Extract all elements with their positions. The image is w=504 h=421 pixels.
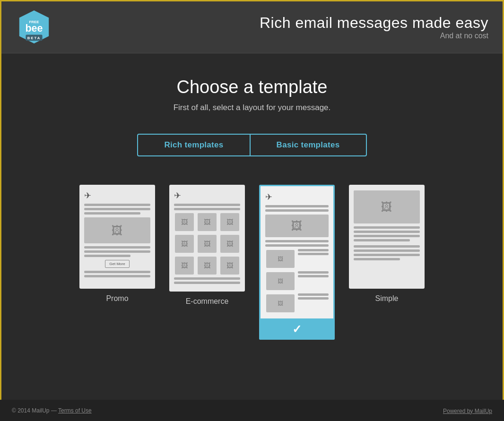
nl-img2: 🖼 [266, 250, 295, 268]
template-card-promo[interactable]: ✈ 🖼 Get More [79, 185, 155, 289]
svg-text:BETA: BETA [27, 36, 41, 40]
header: FREE bee BETA Rich email messages made e… [1, 1, 503, 53]
header-subtitle: And at no cost [260, 32, 488, 40]
ecommerce-img8: 🖼 [198, 257, 217, 275]
main-content: Choose a template First of all, select a… [1, 53, 503, 355]
template-tabs: Rich templates Basic templates [137, 134, 366, 156]
simple-line7 [354, 254, 420, 256]
ecommerce-img5: 🖼 [198, 235, 217, 253]
ecommerce-row2: 🖼 🖼 🖼 [174, 234, 240, 254]
promo-line7 [84, 271, 150, 273]
nl-line4 [265, 244, 329, 247]
promo-line6 [84, 255, 130, 257]
template-card-newsletter[interactable]: ✈ 🖼 🖼 🖼 [259, 185, 335, 340]
header-text: Rich email messages made easy And at no … [260, 14, 488, 40]
powered-link[interactable]: Powered by MailUp [443, 408, 492, 414]
template-card-ecommerce[interactable]: ✈ 🖼 🖼 🖼 🖼 🖼 🖼 🖼 🖼 🖼 [169, 185, 245, 292]
tab-basic-templates[interactable]: Basic templates [250, 134, 367, 156]
ecommerce-img2: 🖼 [198, 213, 217, 231]
ecommerce-img7: 🖼 [175, 257, 194, 275]
svg-text:bee: bee [26, 22, 43, 34]
terms-link[interactable]: Terms of Use [58, 407, 92, 414]
promo-line4 [84, 246, 150, 249]
simple-line8 [354, 258, 400, 260]
ecommerce-line1 [174, 204, 240, 206]
promo-img-icon: 🖼 [112, 224, 123, 237]
tab-rich-templates[interactable]: Rich templates [137, 134, 250, 156]
promo-line5 [84, 250, 150, 253]
footer: © 2014 MailUp — Terms of Use Powered by … [0, 400, 504, 421]
simple-img-icon: 🖼 [381, 200, 392, 214]
nl-row2: 🖼 [265, 271, 329, 291]
newsletter-icon: ✈ [265, 192, 329, 202]
nl-line2 [265, 209, 329, 212]
page-title: Choose a template [177, 77, 328, 97]
nl-img3: 🖼 [266, 272, 295, 290]
ecommerce-row1: 🖼 🖼 🖼 [174, 212, 240, 232]
template-newsletter[interactable]: ✈ 🖼 🖼 🖼 [259, 185, 335, 345]
ecommerce-img4: 🖼 [175, 235, 194, 253]
copyright-text: © 2014 MailUp — [12, 407, 58, 414]
simple-line4 [354, 239, 410, 241]
template-ecommerce[interactable]: ✈ 🖼 🖼 🖼 🖼 🖼 🖼 🖼 🖼 🖼 [169, 185, 245, 306]
promo-line8 [84, 275, 150, 277]
ecommerce-icon: ✈ [174, 190, 240, 201]
header-title: Rich email messages made easy [260, 14, 488, 32]
ecommerce-line4 [174, 282, 240, 284]
promo-cta-btn: Get More [105, 260, 129, 268]
nl-textline4 [298, 275, 329, 277]
selected-overlay: ✓ [259, 318, 335, 340]
simple-line1 [354, 226, 420, 229]
ecommerce-img1: 🖼 [175, 213, 194, 231]
logo: FREE bee BETA [16, 9, 53, 46]
nl-line3 [265, 240, 329, 242]
promo-line1 [84, 204, 150, 206]
nl-text-col [298, 249, 329, 269]
check-icon: ✓ [292, 323, 302, 336]
simple-img: 🖼 [354, 190, 420, 223]
ecommerce-line2 [174, 208, 240, 210]
ecommerce-row3: 🖼 🖼 🖼 [174, 256, 240, 275]
ecommerce-label: E-commerce [186, 297, 229, 306]
ecommerce-img6: 🖼 [220, 235, 239, 253]
ecommerce-img3: 🖼 [220, 213, 239, 231]
promo-icon: ✈ [84, 190, 150, 201]
simple-label: Simple [375, 294, 399, 303]
nl-row1: 🖼 [265, 249, 329, 269]
nl-img4: 🖼 [266, 294, 295, 312]
nl-img1: 🖼 [265, 215, 329, 237]
nl-textline6 [298, 297, 329, 300]
simple-line3 [354, 235, 420, 237]
ecommerce-line3 [174, 277, 240, 280]
templates-grid: ✈ 🖼 Get More Promo ✈ [79, 185, 425, 345]
nl-textline1 [298, 249, 329, 251]
template-promo[interactable]: ✈ 🖼 Get More Promo [79, 185, 155, 303]
nl-text-col3 [298, 293, 329, 313]
nl-line1 [265, 205, 329, 207]
template-card-simple[interactable]: 🖼 [349, 185, 425, 289]
promo-label: Promo [106, 294, 128, 303]
promo-line3 [84, 212, 140, 215]
simple-line6 [354, 249, 420, 252]
nl-row3: 🖼 [265, 293, 329, 313]
nl-text-col2 [298, 271, 329, 291]
nl-img1-icon: 🖼 [291, 219, 303, 232]
promo-image: 🖼 [84, 217, 150, 243]
footer-right: Powered by MailUp [443, 406, 492, 415]
nl-textline3 [298, 271, 329, 274]
nl-textline2 [298, 253, 329, 255]
simple-line2 [354, 231, 420, 233]
template-simple[interactable]: 🖼 Simple [349, 185, 425, 303]
nl-textline5 [298, 293, 329, 296]
promo-line2 [84, 208, 150, 210]
simple-line5 [354, 245, 420, 248]
ecommerce-img9: 🖼 [220, 257, 239, 275]
footer-left: © 2014 MailUp — Terms of Use [12, 407, 92, 414]
page-subtitle: First of all, select a layout for your m… [174, 103, 331, 112]
